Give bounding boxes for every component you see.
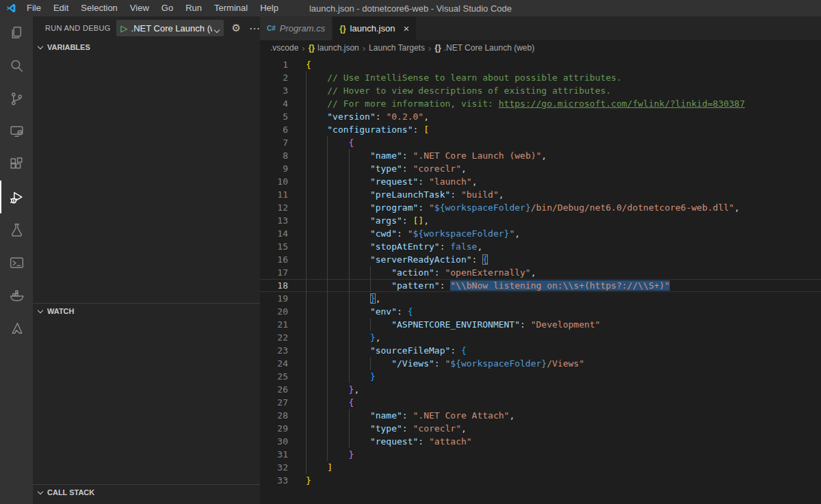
section-variables[interactable]: VARIABLES [33,40,260,55]
code-line[interactable]: 20"env": { [260,305,821,318]
code-line[interactable]: 9"type": "coreclr", [260,162,821,175]
code-editor[interactable]: 1{2// Use IntelliSense to learn about po… [260,55,821,504]
code-line[interactable]: 24"/Views": "${workspaceFolder}/Views" [260,357,821,370]
code-line[interactable]: 4// For more information, visit: https:/… [260,97,821,110]
line-number[interactable]: 3 [260,84,288,97]
section-watch[interactable]: WATCH [33,303,260,319]
menu-run[interactable]: Run [179,0,208,16]
line-number[interactable]: 22 [260,331,288,344]
menu-go[interactable]: Go [155,0,179,16]
line-number[interactable]: 27 [260,396,288,409]
menu-view[interactable]: View [124,0,155,16]
breadcrumb-item[interactable]: Launch Targets [369,43,425,53]
azure-icon[interactable] [0,312,33,345]
menu-selection[interactable]: Selection [75,0,123,16]
code-line[interactable]: 13"args": [], [260,214,821,227]
launch-config-dropdown[interactable]: ▷ .NET Core Launch (web) [116,20,224,36]
code-line[interactable]: 19}, [260,292,821,305]
code-line[interactable]: 14"cwd": "${workspaceFolder}", [260,227,821,240]
line-number[interactable]: 30 [260,435,288,448]
search-icon[interactable] [0,49,33,82]
remote-explorer-icon[interactable] [0,115,33,148]
code-line[interactable]: 30"request": "attach" [260,435,821,448]
line-number[interactable]: 33 [260,474,288,487]
menu-edit[interactable]: Edit [47,0,75,16]
line-number[interactable]: 12 [260,201,288,214]
line-number[interactable]: 29 [260,422,288,435]
testing-icon[interactable] [0,213,33,246]
code-line[interactable]: 10"request": "launch", [260,175,821,188]
line-number[interactable]: 25 [260,370,288,383]
line-number[interactable]: 14 [260,227,288,240]
code-line[interactable]: 8"name": ".NET Core Launch (web)", [260,149,821,162]
code-line[interactable]: 3// Hover to view descriptions of existi… [260,84,821,97]
line-number[interactable]: 8 [260,149,288,162]
line-number[interactable]: 16 [260,253,288,266]
code-line[interactable]: 2// Use IntelliSense to learn about poss… [260,71,821,84]
extensions-icon[interactable] [0,148,33,181]
line-number[interactable]: 23 [260,344,288,357]
code-line[interactable]: 32] [260,461,821,474]
code-line[interactable]: 5"version": "0.2.0", [260,110,821,123]
menu-help[interactable]: Help [254,0,285,16]
line-number[interactable]: 10 [260,175,288,188]
line-number[interactable]: 6 [260,123,288,136]
line-number[interactable]: 11 [260,188,288,201]
line-number[interactable]: 18 [260,279,288,292]
line-number[interactable]: 13 [260,214,288,227]
code-line[interactable]: 7{ [260,136,821,149]
line-number[interactable]: 31 [260,448,288,461]
explorer-icon[interactable] [0,16,33,49]
powershell-icon[interactable] [0,246,33,279]
code-line[interactable]: 25} [260,370,821,383]
line-number[interactable]: 1 [260,58,288,71]
line-number[interactable]: 15 [260,240,288,253]
code-line[interactable]: 22}, [260,331,821,344]
line-number[interactable]: 21 [260,318,288,331]
line-number[interactable]: 9 [260,162,288,175]
line-number[interactable]: 20 [260,305,288,318]
breadcrumb-item[interactable]: {}launch.json [309,43,359,53]
code-token: { [349,137,354,148]
line-number[interactable]: 5 [260,110,288,123]
line-number[interactable]: 26 [260,383,288,396]
code-line[interactable]: 18"pattern": "\\bNow listening on:\\s+(h… [260,279,821,292]
code-line[interactable]: 11"preLaunchTask": "build", [260,188,821,201]
line-number[interactable]: 19 [260,292,288,305]
docker-icon[interactable] [0,279,33,312]
code-line[interactable]: 17"action": "openExternally", [260,266,821,279]
menu-terminal[interactable]: Terminal [208,0,254,16]
line-number[interactable]: 24 [260,357,288,370]
run-and-debug-icon[interactable] [0,181,33,213]
line-number[interactable]: 28 [260,409,288,422]
tab-launch-json[interactable]: {}launch.json× [333,16,417,40]
menu-file[interactable]: File [21,0,47,16]
gear-icon[interactable]: ⚙ [232,22,241,34]
code-line[interactable]: 1{ [260,58,821,71]
code-line[interactable]: 16"serverReadyAction": { [260,253,821,266]
code-line[interactable]: 15"stopAtEntry": false, [260,240,821,253]
tab-program-cs[interactable]: C#Program.cs [260,16,333,40]
source-control-icon[interactable] [0,82,33,115]
line-number[interactable]: 2 [260,71,288,84]
line-number[interactable]: 7 [260,136,288,149]
code-line[interactable]: 6"configurations": [ [260,123,821,136]
line-number[interactable]: 4 [260,97,288,110]
code-line[interactable]: 33} [260,474,821,487]
code-line[interactable]: 12"program": "${workspaceFolder}/bin/Deb… [260,201,821,214]
more-actions-icon[interactable]: ⋯ [249,22,261,35]
breadcrumb-item[interactable]: {}.NET Core Launch (web) [434,43,534,53]
code-line[interactable]: 28"name": ".NET Core Attach", [260,409,821,422]
code-line[interactable]: 29"type": "coreclr", [260,422,821,435]
code-line[interactable]: 31} [260,448,821,461]
line-number[interactable]: 17 [260,266,288,279]
code-line[interactable]: 21"ASPNETCORE_ENVIRONMENT": "Development… [260,318,821,331]
code-line[interactable]: 27{ [260,396,821,409]
code-line[interactable]: 26}, [260,383,821,396]
breadcrumb-item[interactable]: .vscode [270,43,298,53]
section-call-stack[interactable]: CALL STACK [33,484,260,500]
start-debug-icon[interactable]: ▷ [121,23,128,34]
line-number[interactable]: 32 [260,461,288,474]
code-line[interactable]: 23"sourceFileMap": { [260,344,821,357]
close-icon[interactable]: × [403,23,409,34]
